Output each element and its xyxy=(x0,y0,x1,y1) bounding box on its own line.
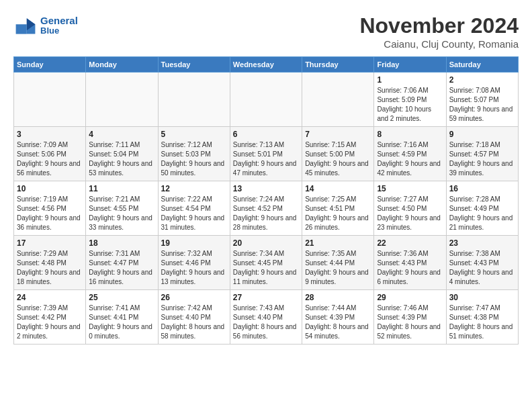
calendar-subtitle: Caianu, Cluj County, Romania xyxy=(359,38,519,50)
logo-icon xyxy=(13,13,38,38)
day-number: 24 xyxy=(17,293,83,302)
day-number: 20 xyxy=(233,238,299,248)
calendar-day-cell: 22Sunrise: 7:36 AM Sunset: 4:43 PM Dayli… xyxy=(374,236,446,290)
day-info: Sunrise: 7:25 AM Sunset: 4:51 PM Dayligh… xyxy=(305,195,371,232)
day-number: 12 xyxy=(161,184,227,193)
day-info: Sunrise: 7:47 AM Sunset: 4:38 PM Dayligh… xyxy=(449,304,515,341)
day-info: Sunrise: 7:41 AM Sunset: 4:41 PM Dayligh… xyxy=(89,304,154,341)
day-info: Sunrise: 7:32 AM Sunset: 4:46 PM Dayligh… xyxy=(161,249,227,287)
day-info: Sunrise: 7:29 AM Sunset: 4:48 PM Dayligh… xyxy=(17,249,83,287)
day-number: 7 xyxy=(305,130,371,139)
day-info: Sunrise: 7:13 AM Sunset: 5:01 PM Dayligh… xyxy=(233,140,299,178)
calendar-day-cell: 26Sunrise: 7:42 AM Sunset: 4:40 PM Dayli… xyxy=(158,290,230,345)
day-info: Sunrise: 7:08 AM Sunset: 5:07 PM Dayligh… xyxy=(449,86,515,124)
day-info: Sunrise: 7:19 AM Sunset: 4:56 PM Dayligh… xyxy=(17,195,83,232)
calendar-header: SundayMondayTuesdayWednesdayThursdayFrid… xyxy=(14,57,519,73)
day-number: 14 xyxy=(305,184,371,193)
day-number: 28 xyxy=(305,293,371,302)
title-area: November 2024 Caianu, Cluj County, Roman… xyxy=(359,13,519,50)
day-info: Sunrise: 7:34 AM Sunset: 4:45 PM Dayligh… xyxy=(233,249,299,287)
day-number: 4 xyxy=(89,130,154,139)
page-header: General Blue November 2024 Caianu, Cluj … xyxy=(13,13,519,50)
day-number: 8 xyxy=(377,130,443,139)
calendar-day-cell: 20Sunrise: 7:34 AM Sunset: 4:45 PM Dayli… xyxy=(230,236,302,290)
day-number: 15 xyxy=(377,184,443,193)
day-number: 10 xyxy=(17,184,83,193)
day-info: Sunrise: 7:06 AM Sunset: 5:09 PM Dayligh… xyxy=(377,86,443,124)
weekday-header: Saturday xyxy=(446,57,518,73)
calendar-day-cell: 12Sunrise: 7:22 AM Sunset: 4:54 PM Dayli… xyxy=(158,181,230,236)
calendar-day-cell: 1Sunrise: 7:06 AM Sunset: 5:09 PM Daylig… xyxy=(374,73,446,127)
logo-line2: Blue xyxy=(40,26,78,36)
weekday-header: Thursday xyxy=(302,57,374,73)
day-info: Sunrise: 7:21 AM Sunset: 4:55 PM Dayligh… xyxy=(89,195,154,232)
day-info: Sunrise: 7:09 AM Sunset: 5:06 PM Dayligh… xyxy=(17,140,83,178)
day-number: 5 xyxy=(161,130,227,139)
weekday-header: Monday xyxy=(86,57,158,73)
day-number: 23 xyxy=(449,238,515,248)
calendar-day-cell: 28Sunrise: 7:44 AM Sunset: 4:39 PM Dayli… xyxy=(302,290,374,345)
day-number: 21 xyxy=(305,238,371,248)
day-info: Sunrise: 7:38 AM Sunset: 4:43 PM Dayligh… xyxy=(449,249,515,287)
calendar-day-cell: 2Sunrise: 7:08 AM Sunset: 5:07 PM Daylig… xyxy=(446,73,518,127)
weekday-header: Friday xyxy=(374,57,446,73)
calendar-day-cell: 9Sunrise: 7:18 AM Sunset: 4:57 PM Daylig… xyxy=(446,127,518,181)
day-info: Sunrise: 7:39 AM Sunset: 4:42 PM Dayligh… xyxy=(17,304,83,341)
calendar-day-cell: 27Sunrise: 7:43 AM Sunset: 4:40 PM Dayli… xyxy=(230,290,302,345)
calendar-day-cell: 17Sunrise: 7:29 AM Sunset: 4:48 PM Dayli… xyxy=(14,236,86,290)
calendar-day-cell: 21Sunrise: 7:35 AM Sunset: 4:44 PM Dayli… xyxy=(302,236,374,290)
calendar-day-cell xyxy=(86,73,158,127)
day-number: 2 xyxy=(449,75,515,85)
calendar-day-cell: 10Sunrise: 7:19 AM Sunset: 4:56 PM Dayli… xyxy=(14,181,86,236)
calendar-day-cell: 11Sunrise: 7:21 AM Sunset: 4:55 PM Dayli… xyxy=(86,181,158,236)
calendar-day-cell: 16Sunrise: 7:28 AM Sunset: 4:49 PM Dayli… xyxy=(446,181,518,236)
logo: General Blue xyxy=(13,13,78,38)
day-info: Sunrise: 7:22 AM Sunset: 4:54 PM Dayligh… xyxy=(161,195,227,232)
calendar-day-cell: 30Sunrise: 7:47 AM Sunset: 4:38 PM Dayli… xyxy=(446,290,518,345)
day-number: 29 xyxy=(377,293,443,302)
day-number: 25 xyxy=(89,293,154,302)
calendar-day-cell: 24Sunrise: 7:39 AM Sunset: 4:42 PM Dayli… xyxy=(14,290,86,345)
day-number: 19 xyxy=(161,238,227,248)
day-number: 9 xyxy=(449,130,515,139)
day-number: 22 xyxy=(377,238,443,248)
day-info: Sunrise: 7:16 AM Sunset: 4:59 PM Dayligh… xyxy=(377,140,443,178)
logo-line1: General xyxy=(40,15,78,27)
calendar-day-cell: 4Sunrise: 7:11 AM Sunset: 5:04 PM Daylig… xyxy=(86,127,158,181)
day-number: 30 xyxy=(449,293,515,302)
day-number: 26 xyxy=(161,293,227,302)
calendar-week-row: 1Sunrise: 7:06 AM Sunset: 5:09 PM Daylig… xyxy=(14,73,519,127)
calendar-day-cell: 19Sunrise: 7:32 AM Sunset: 4:46 PM Dayli… xyxy=(158,236,230,290)
day-info: Sunrise: 7:35 AM Sunset: 4:44 PM Dayligh… xyxy=(305,249,371,287)
day-number: 27 xyxy=(233,293,299,302)
calendar-week-row: 17Sunrise: 7:29 AM Sunset: 4:48 PM Dayli… xyxy=(14,236,519,290)
calendar-day-cell: 7Sunrise: 7:15 AM Sunset: 5:00 PM Daylig… xyxy=(302,127,374,181)
calendar-day-cell: 13Sunrise: 7:24 AM Sunset: 4:52 PM Dayli… xyxy=(230,181,302,236)
day-number: 3 xyxy=(17,130,83,139)
day-number: 13 xyxy=(233,184,299,193)
day-info: Sunrise: 7:46 AM Sunset: 4:39 PM Dayligh… xyxy=(377,304,443,341)
weekday-header: Wednesday xyxy=(230,57,302,73)
calendar-day-cell: 18Sunrise: 7:31 AM Sunset: 4:47 PM Dayli… xyxy=(86,236,158,290)
calendar-day-cell: 8Sunrise: 7:16 AM Sunset: 4:59 PM Daylig… xyxy=(374,127,446,181)
calendar-week-row: 3Sunrise: 7:09 AM Sunset: 5:06 PM Daylig… xyxy=(14,127,519,181)
calendar-day-cell: 29Sunrise: 7:46 AM Sunset: 4:39 PM Dayli… xyxy=(374,290,446,345)
calendar-day-cell xyxy=(230,73,302,127)
weekday-header-row: SundayMondayTuesdayWednesdayThursdayFrid… xyxy=(14,57,519,73)
day-info: Sunrise: 7:28 AM Sunset: 4:49 PM Dayligh… xyxy=(449,195,515,232)
day-info: Sunrise: 7:15 AM Sunset: 5:00 PM Dayligh… xyxy=(305,140,371,178)
calendar-day-cell xyxy=(302,73,374,127)
day-number: 1 xyxy=(377,75,443,85)
calendar-table: SundayMondayTuesdayWednesdayThursdayFrid… xyxy=(13,56,519,345)
day-number: 16 xyxy=(449,184,515,193)
day-info: Sunrise: 7:31 AM Sunset: 4:47 PM Dayligh… xyxy=(89,249,154,287)
calendar-week-row: 24Sunrise: 7:39 AM Sunset: 4:42 PM Dayli… xyxy=(14,290,519,345)
calendar-day-cell: 3Sunrise: 7:09 AM Sunset: 5:06 PM Daylig… xyxy=(14,127,86,181)
calendar-day-cell: 23Sunrise: 7:38 AM Sunset: 4:43 PM Dayli… xyxy=(446,236,518,290)
svg-rect-3 xyxy=(16,24,27,34)
calendar-day-cell: 6Sunrise: 7:13 AM Sunset: 5:01 PM Daylig… xyxy=(230,127,302,181)
day-info: Sunrise: 7:42 AM Sunset: 4:40 PM Dayligh… xyxy=(161,304,227,341)
calendar-day-cell: 15Sunrise: 7:27 AM Sunset: 4:50 PM Dayli… xyxy=(374,181,446,236)
day-info: Sunrise: 7:12 AM Sunset: 5:03 PM Dayligh… xyxy=(161,140,227,178)
day-info: Sunrise: 7:27 AM Sunset: 4:50 PM Dayligh… xyxy=(377,195,443,232)
